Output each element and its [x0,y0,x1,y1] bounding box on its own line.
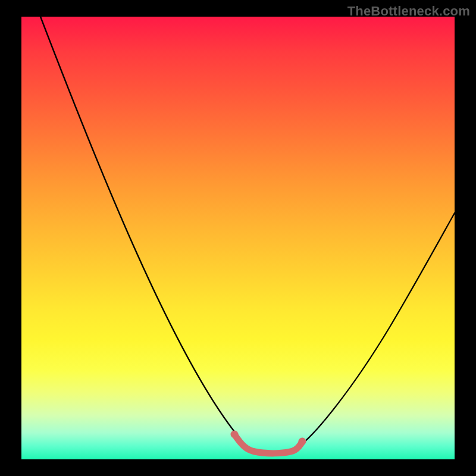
bottleneck-curve-right [295,213,455,449]
chart-frame: TheBottleneck.com [0,0,476,476]
curve-layer [21,17,455,459]
highlight-dot-left [231,431,239,439]
plot-area [21,17,455,459]
highlight-segment [234,434,302,453]
highlight-dot-right [299,438,306,446]
bottleneck-curve-left [40,17,253,450]
